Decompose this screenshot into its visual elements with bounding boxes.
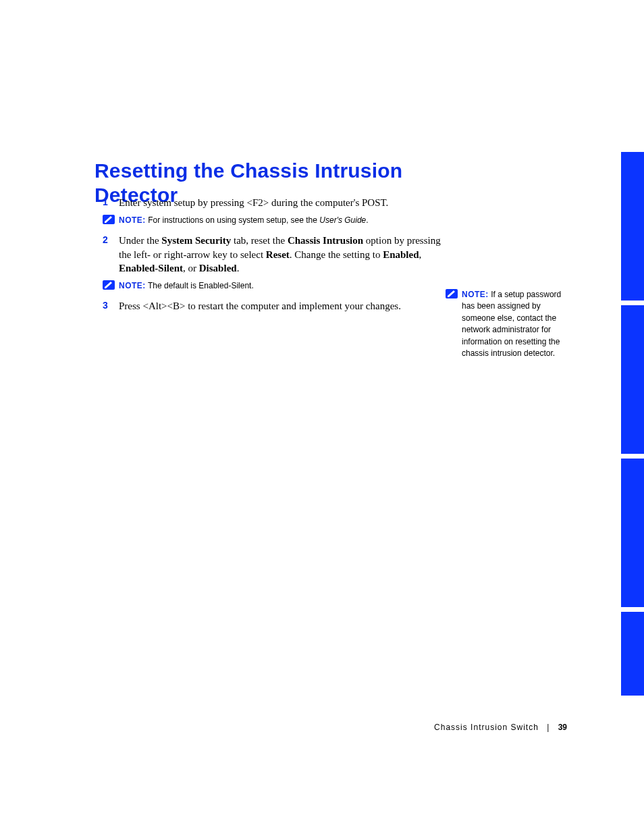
edge-tab	[621, 459, 644, 607]
inline-note: NOTE: The default is Enabled-Silent.	[95, 280, 446, 292]
document-page: Resetting the Chassis Intrusion Detector…	[0, 0, 644, 834]
note-text: The default is	[146, 281, 199, 290]
note-text-after: .	[251, 281, 253, 290]
step-3: 3 Press <Alt><B> to restart the computer…	[95, 299, 416, 313]
note-label: NOTE:	[462, 290, 489, 299]
step-2: 2 Under the System Security tab, reset t…	[95, 234, 446, 275]
step-number: 3	[103, 299, 108, 312]
edge-tab	[621, 152, 644, 301]
note-reference: Enabled-Silent	[198, 281, 251, 290]
step-number: 1	[103, 196, 108, 209]
note-label: NOTE:	[119, 215, 146, 225]
page-number: 39	[558, 723, 567, 732]
page-footer: Chassis Intrusion Switch | 39	[0, 723, 567, 732]
note-text: If a setup password has been assigned by…	[462, 290, 561, 358]
step-text: Enter system setup by pressing <F2> duri…	[119, 197, 388, 208]
edge-tab	[621, 305, 644, 454]
body-column: 1 Enter system setup by pressing <F2> du…	[95, 196, 446, 318]
note-text-after: .	[366, 215, 368, 225]
step-1: 1 Enter system setup by pressing <F2> du…	[95, 196, 446, 209]
inline-note: NOTE: For instructions on using system s…	[95, 215, 446, 227]
note-label: NOTE:	[119, 281, 146, 290]
note-text: For instructions on using system setup, …	[146, 215, 319, 225]
pencil-icon	[103, 280, 115, 291]
step-text: Under the System Security tab, reset the…	[119, 235, 441, 273]
margin-note: NOTE: If a setup password has been assig…	[462, 289, 570, 359]
footer-section: Chassis Intrusion Switch	[434, 723, 539, 732]
note-reference: User's Guide	[319, 215, 366, 225]
step-text: Press <Alt><B> to restart the computer a…	[119, 301, 401, 311]
pencil-icon	[446, 289, 458, 301]
step-number: 2	[103, 234, 108, 246]
footer-separator: |	[547, 723, 549, 732]
edge-tab	[621, 612, 644, 696]
pencil-icon	[103, 215, 115, 226]
